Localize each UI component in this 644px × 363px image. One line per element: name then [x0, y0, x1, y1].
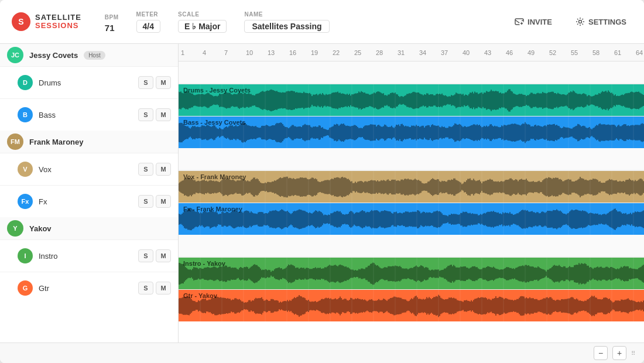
track-row-fx: FxFxSM — [0, 185, 178, 217]
waveform-svg-vox — [179, 171, 644, 203]
mute-button-fx[interactable]: M — [156, 195, 171, 208]
meter-value[interactable]: 4/4 — [136, 20, 160, 33]
track-name-gtr: Gtr — [39, 284, 132, 293]
ruler-mark: 58 — [592, 49, 614, 56]
tl-track-bass[interactable]: Bass - Jessy Covets — [179, 116, 644, 148]
svg-point-4 — [578, 20, 581, 23]
track-name-vox: Vox — [39, 165, 132, 174]
user-name-fm: Frank Maroney — [29, 138, 83, 146]
ruler-mark: 19 — [311, 49, 333, 56]
timeline-tracks: Drums - Jessy CovetsBass - Jessy CovetsV… — [179, 61, 644, 343]
main-content: JCJessy CovetsHostDDrumsSMBBassSMFMFrank… — [0, 44, 644, 343]
zoom-out-button[interactable]: − — [594, 346, 608, 360]
tl-track-vox[interactable]: Vox - Frank Maroney — [179, 170, 644, 203]
session-name[interactable]: Satellites Passing — [244, 20, 329, 33]
timeline-area: 1471013161922252831343740434649525558616… — [179, 44, 644, 343]
header-controls: BPM 71 METER 4/4 SCALE E ♭ Major NAME Sa… — [105, 11, 509, 33]
solo-button-fx[interactable]: S — [138, 195, 153, 208]
track-name-instro: Instro — [39, 252, 132, 261]
user-avatar-fm: FM — [7, 133, 23, 150]
logo-satellite: SATELLITE — [35, 13, 81, 22]
track-avatar-drums: D — [18, 75, 33, 90]
invite-button[interactable]: INVITE — [509, 13, 558, 30]
logo-text: SATELLITE SESSIONS — [35, 13, 81, 30]
ruler-mark: 13 — [268, 49, 289, 56]
ruler-mark: 64 — [636, 49, 644, 56]
settings-icon — [576, 17, 585, 26]
meter-label: METER — [136, 11, 160, 18]
bpm-group: BPM 71 — [105, 14, 119, 33]
solo-button-gtr[interactable]: S — [138, 282, 153, 294]
user-name-jc: Jessy Covets — [29, 51, 78, 60]
waveform-svg-bass — [179, 117, 644, 149]
ruler-mark: 34 — [419, 49, 441, 56]
ruler-mark: 37 — [441, 49, 463, 56]
app-container: S SATELLITE SESSIONS BPM 71 METER 4/4 SC… — [0, 0, 644, 363]
ruler-mark: 22 — [333, 49, 354, 56]
bpm-label: BPM — [105, 14, 119, 20]
ruler-mark: 25 — [354, 49, 376, 56]
user-role-badge-jc: Host — [84, 51, 105, 60]
tl-track-fx[interactable]: Fx - Frank Maroney — [179, 203, 644, 235]
header-right: INVITE SETTINGS — [509, 13, 632, 30]
logo-sessions: SESSIONS — [35, 22, 81, 30]
ruler-mark: 28 — [376, 49, 398, 56]
tl-track-drums[interactable]: Drums - Jessy Covets — [179, 84, 644, 116]
ruler-mark: 52 — [549, 49, 571, 56]
tl-user-header-fm — [179, 148, 644, 170]
scale-group: SCALE E ♭ Major — [178, 11, 227, 33]
track-avatar-bass: B — [18, 107, 33, 122]
ruler-mark: 10 — [246, 49, 268, 56]
logo-area: S SATELLITE SESSIONS — [12, 12, 81, 31]
user-avatar-jc: JC — [7, 47, 23, 63]
name-group: NAME Satellites Passing — [244, 11, 329, 33]
ruler-mark: 16 — [289, 49, 311, 56]
mute-button-gtr[interactable]: M — [156, 282, 171, 294]
tl-user-header-y — [179, 235, 644, 257]
solo-button-vox[interactable]: S — [138, 163, 153, 176]
logo-icon: S — [12, 12, 30, 31]
solo-button-bass[interactable]: S — [138, 108, 153, 121]
mute-button-drums[interactable]: M — [156, 76, 171, 89]
meter-group: METER 4/4 — [136, 11, 160, 33]
ruler-mark: 31 — [398, 49, 419, 56]
track-row-bass: BBassSM — [0, 98, 178, 131]
mute-button-bass[interactable]: M — [156, 108, 171, 121]
waveform-svg-gtr — [179, 290, 644, 322]
mute-button-instro[interactable]: M — [156, 249, 171, 262]
track-name-drums: Drums — [39, 78, 132, 87]
tl-track-instro[interactable]: Instro - Yakov — [179, 257, 644, 289]
zoom-in-button[interactable]: + — [612, 346, 626, 360]
track-list: JCJessy CovetsHostDDrumsSMBBassSMFMFrank… — [0, 44, 179, 343]
svg-text:S: S — [18, 17, 23, 26]
ruler-mark: 55 — [571, 49, 592, 56]
user-header-jc: JCJessy CovetsHost — [0, 44, 178, 66]
solo-button-drums[interactable]: S — [138, 76, 153, 89]
ruler-mark: 1 — [181, 49, 203, 56]
mute-button-vox[interactable]: M — [156, 163, 171, 176]
drag-handle: ⠿ — [631, 350, 635, 357]
solo-button-instro[interactable]: S — [138, 249, 153, 262]
user-avatar-y: Y — [7, 220, 23, 237]
user-header-fm: FMFrank Maroney — [0, 131, 178, 153]
user-header-y: YYakov — [0, 217, 178, 239]
track-row-instro: IInstroSM — [0, 239, 178, 272]
settings-button[interactable]: SETTINGS — [570, 13, 632, 30]
track-avatar-fx: Fx — [18, 194, 33, 209]
ruler-mark: 61 — [614, 49, 636, 56]
invite-icon — [515, 17, 524, 26]
ruler-mark: 46 — [506, 49, 527, 56]
ruler-mark: 43 — [484, 49, 506, 56]
user-name-y: Yakov — [29, 224, 52, 233]
settings-label: SETTINGS — [588, 18, 626, 26]
scale-value[interactable]: E ♭ Major — [178, 20, 227, 33]
track-row-gtr: GGtrSM — [0, 272, 178, 304]
track-avatar-gtr: G — [18, 280, 33, 296]
ruler: 1471013161922252831343740434649525558616… — [179, 44, 644, 61]
track-name-fx: Fx — [39, 197, 132, 206]
track-name-bass: Bass — [39, 111, 132, 119]
tl-track-gtr[interactable]: Gtr - Yakov — [179, 289, 644, 321]
ruler-mark: 7 — [224, 49, 246, 56]
bpm-value[interactable]: 71 — [105, 23, 119, 33]
tl-user-header-jc — [179, 61, 644, 84]
